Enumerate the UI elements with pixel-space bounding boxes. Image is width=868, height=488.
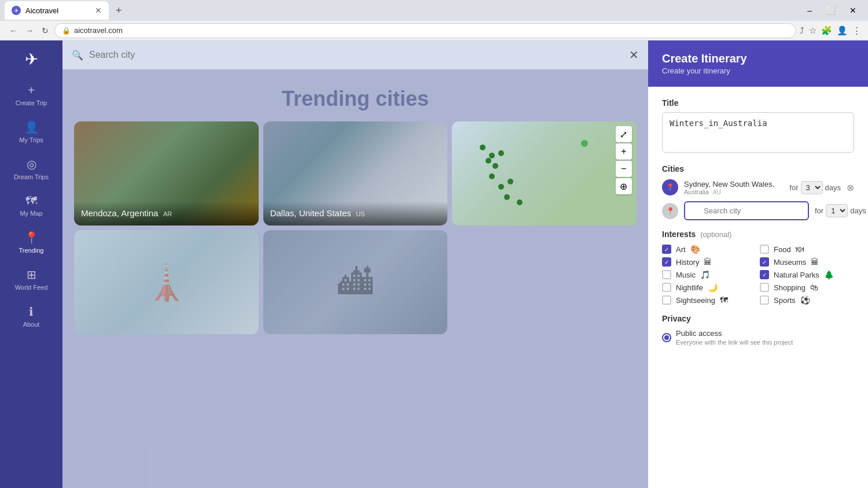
shopping-checkbox[interactable] <box>760 283 769 292</box>
museums-checkbox[interactable] <box>760 257 769 267</box>
zoom-in-button[interactable]: + <box>616 143 632 160</box>
food-checkbox[interactable] <box>760 245 769 254</box>
browser-tab-bar: ✈ Aicotravel ✕ + – ⬜ ✕ <box>0 0 868 21</box>
extensions-button[interactable]: 🧩 <box>821 25 832 36</box>
close-button[interactable]: ✕ <box>843 0 863 21</box>
sidebar-item-trending[interactable]: 📍 Trending <box>5 225 57 260</box>
map-pin <box>581 140 588 147</box>
interest-music[interactable]: Music 🎵 <box>662 270 756 279</box>
city-card-code: AR <box>163 210 172 217</box>
compass-button[interactable]: ⊕ <box>616 178 632 194</box>
sidebar-label-create-trip: Create Trip <box>16 99 47 106</box>
search-overlay: 🔍 ✕ Trending cities Mendoza, Argentina A… <box>62 40 648 488</box>
art-checkbox[interactable] <box>662 245 671 254</box>
address-bar[interactable]: 🔒 aicotravel.com <box>54 23 796 38</box>
map-content: ⤢ + − ⊕ <box>452 121 637 225</box>
expand-map-button[interactable]: ⤢ <box>616 126 632 142</box>
city-card-code: US <box>356 210 365 217</box>
map-card[interactable]: ⤢ + − ⊕ <box>452 121 637 225</box>
itinerary-title-input[interactable]: Winters_in_Australia <box>662 112 854 153</box>
art-emoji: 🎨 <box>690 245 700 254</box>
interest-museums[interactable]: Museums 🏛 <box>760 257 854 267</box>
city-card-dallas[interactable]: Dallas, United States US <box>263 121 448 225</box>
city2-days-select[interactable]: 1 2 3 <box>826 204 848 217</box>
new-tab-button[interactable]: + <box>111 2 127 19</box>
city1-remove-button[interactable]: ⊗ <box>847 182 854 193</box>
create-trip-icon: + <box>28 84 35 97</box>
city-card-name: Mendoza, Argentina <box>81 208 158 218</box>
history-checkbox[interactable] <box>662 257 671 267</box>
sightseeing-checkbox[interactable] <box>662 295 671 305</box>
sports-checkbox[interactable] <box>760 295 769 305</box>
trending-title: Trending cities <box>62 87 648 111</box>
map-pin <box>504 194 510 200</box>
sidebar-label-about: About <box>23 321 40 328</box>
tab-favicon: ✈ <box>12 6 21 15</box>
interest-art[interactable]: Art 🎨 <box>662 245 756 254</box>
sidebar: ✈ + Create Trip 👤 My Trips ◎ Dream Trips… <box>0 40 62 488</box>
nav-back-button[interactable]: ← <box>7 24 20 38</box>
sidebar-item-my-trips[interactable]: 👤 My Trips <box>5 114 57 149</box>
privacy-section: Privacy Public access Everyone with the … <box>662 314 854 346</box>
city2-search-input[interactable] <box>684 201 809 220</box>
about-icon: ℹ <box>29 305 34 319</box>
public-radio[interactable] <box>662 333 671 342</box>
sidebar-item-world-feed[interactable]: ⊞ World Feed <box>5 262 57 297</box>
interest-history[interactable]: History 🏛 <box>662 257 756 267</box>
city-search-input[interactable] <box>89 50 623 60</box>
panel-header: Create Itinerary Create your itinerary <box>648 40 868 87</box>
city-card-3[interactable]: 🗼 <box>74 230 259 334</box>
city-card-mendoza[interactable]: Mendoza, Argentina AR <box>74 121 259 225</box>
nav-refresh-button[interactable]: ↻ <box>39 24 51 38</box>
share-button[interactable]: ⤴ <box>800 25 804 35</box>
map-pin <box>489 153 495 158</box>
sidebar-label-my-trips: My Trips <box>19 136 43 143</box>
interest-sightseeing[interactable]: Sightseeing 🗺 <box>662 295 756 305</box>
museums-label: Museums <box>774 258 806 267</box>
main-content: 🔍 ✕ Trending cities Mendoza, Argentina A… <box>62 40 648 488</box>
city1-pin-icon: 📍 <box>666 183 675 191</box>
browser-tab[interactable]: ✈ Aicotravel ✕ <box>5 1 109 20</box>
natural-parks-checkbox[interactable] <box>760 270 769 279</box>
city1-country: Australia AU <box>684 188 784 195</box>
sidebar-item-dream-trips[interactable]: ◎ Dream Trips <box>5 151 57 186</box>
sports-emoji: ⚽ <box>800 295 810 305</box>
city-card-4[interactable]: 🏙 <box>263 230 448 334</box>
interest-sports[interactable]: Sports ⚽ <box>760 295 854 305</box>
city2-pin-icon: 📍 <box>666 207 675 215</box>
search-close-button[interactable]: ✕ <box>629 48 639 62</box>
music-checkbox[interactable] <box>662 270 671 279</box>
minimize-button[interactable]: – <box>800 0 819 21</box>
maximize-button[interactable]: ⬜ <box>819 0 843 21</box>
world-feed-icon: ⊞ <box>27 268 36 282</box>
map-pin <box>486 158 491 164</box>
menu-button[interactable]: ⋮ <box>852 25 861 36</box>
search-icon: 🔍 <box>72 50 83 61</box>
city1-pin: 📍 <box>662 179 678 195</box>
dream-trips-icon: ◎ <box>27 157 36 171</box>
sidebar-item-create-trip[interactable]: + Create Trip <box>5 78 57 112</box>
interest-shopping[interactable]: Shopping 🛍 <box>760 283 854 292</box>
zoom-out-button[interactable]: − <box>616 161 632 177</box>
app-logo[interactable]: ✈ <box>25 50 38 69</box>
map-pin <box>489 173 495 179</box>
city-card-name: Dallas, United States <box>270 208 351 218</box>
privacy-public-option[interactable]: Public access Everyone with the link wil… <box>662 329 854 346</box>
nav-forward-button[interactable]: → <box>23 24 36 38</box>
interest-food[interactable]: Food 🍽 <box>760 245 854 254</box>
tab-title: Aicotravel <box>25 6 58 15</box>
interest-natural-parks[interactable]: Natural Parks 🌲 <box>760 270 854 279</box>
bookmark-button[interactable]: ☆ <box>809 25 816 36</box>
map-pin <box>517 199 523 205</box>
sidebar-label-world-feed: World Feed <box>15 284 48 291</box>
sidebar-item-about[interactable]: ℹ About <box>5 299 57 334</box>
nightlife-label: Nightlife <box>676 283 703 292</box>
nightlife-checkbox[interactable] <box>662 283 671 292</box>
tab-close-icon[interactable]: ✕ <box>95 6 102 15</box>
profile-button[interactable]: 👤 <box>837 25 848 36</box>
interest-nightlife[interactable]: Nightlife 🌙 <box>662 283 756 292</box>
browser-actions: ⤴ ☆ 🧩 👤 ⋮ <box>800 25 861 36</box>
sidebar-item-my-map[interactable]: 🗺 My Map <box>5 188 57 223</box>
city1-days-select[interactable]: 1 2 3 4 5 7 <box>801 181 823 194</box>
art-label: Art <box>676 245 686 254</box>
